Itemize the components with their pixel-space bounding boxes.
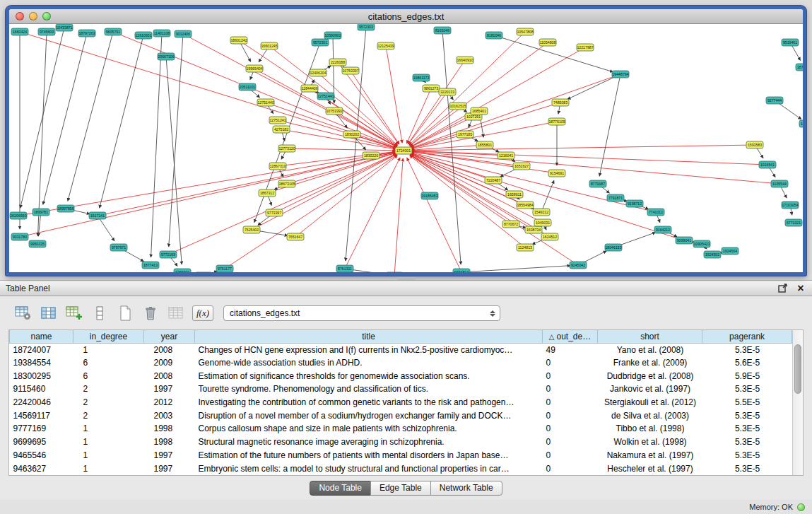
citation-edge-red[interactable] bbox=[411, 151, 767, 165]
tab-edge-table[interactable]: Edge Table bbox=[370, 481, 431, 496]
citation-edge[interactable] bbox=[169, 34, 183, 247]
graph-node[interactable]: 8163046 bbox=[434, 27, 451, 34]
graph-node[interactable]: 9950135 bbox=[29, 240, 46, 247]
table-row[interactable]: 946362711997Embryonic stem cells: a mode… bbox=[10, 462, 792, 475]
graph-node[interactable]: 1924504 bbox=[722, 247, 739, 255]
graph-node[interactable]: 1855801 bbox=[476, 141, 493, 148]
column-header-title[interactable]: title bbox=[195, 330, 543, 343]
table-cell[interactable]: 1998 bbox=[144, 436, 195, 449]
graph-node[interactable]: 17103054 bbox=[782, 201, 799, 209]
citation-edge[interactable] bbox=[20, 28, 64, 208]
graph-node[interactable]: 19565404 bbox=[246, 65, 263, 72]
citation-edge-red[interactable] bbox=[20, 152, 396, 237]
table-cell[interactable]: de Silva et al. (2003) bbox=[598, 409, 702, 422]
graph-node[interactable]: 9794817 bbox=[453, 269, 470, 272]
table-row[interactable]: 946554611997Estimation of the future num… bbox=[10, 449, 792, 462]
graph-node[interactable]: 12751241 bbox=[269, 117, 286, 124]
table-cell[interactable]: Embryonic stem cells: a model to study s… bbox=[195, 462, 543, 475]
rows-icon[interactable] bbox=[90, 305, 109, 322]
graph-node[interactable]: 1651627 bbox=[513, 163, 530, 170]
graph-node[interactable]: 1638734 bbox=[525, 226, 542, 233]
table-cell[interactable]: Jankovic et al. (1997) bbox=[598, 382, 702, 396]
graph-node[interactable]: 26206550 bbox=[10, 212, 27, 219]
graph-node[interactable]: 1924502 bbox=[704, 251, 721, 258]
table-cell[interactable]: 2008 bbox=[144, 343, 195, 356]
citation-edge-red[interactable] bbox=[18, 152, 396, 216]
table-cell[interactable]: 1 bbox=[73, 422, 144, 436]
table-cell[interactable]: 0 bbox=[543, 369, 598, 382]
table-cell[interactable]: 5.3E-5 bbox=[702, 462, 792, 475]
graph-node[interactable]: 1658611 bbox=[506, 191, 523, 198]
table-selector-dropdown[interactable]: citations_edges.txt bbox=[223, 305, 500, 321]
table-cell[interactable]: Disruption of a novel member of a sodium… bbox=[195, 409, 543, 422]
citation-edge-red[interactable] bbox=[408, 92, 447, 144]
table-cell[interactable]: 0 bbox=[543, 422, 598, 436]
table-cell[interactable]: Wolkin et al. (1998) bbox=[598, 436, 702, 449]
table-cell[interactable]: Dudbridge et al. (2008) bbox=[598, 369, 702, 382]
graph-node[interactable]: 19448794 bbox=[612, 71, 629, 78]
table-row[interactable]: 911546021997Tourette syndrome. Phenomeno… bbox=[10, 382, 792, 396]
table-columns-icon[interactable] bbox=[40, 305, 58, 322]
citation-edge[interactable] bbox=[599, 74, 620, 176]
citation-edge-red[interactable] bbox=[287, 148, 396, 151]
table-cell[interactable]: Estimation of the future numbers of pati… bbox=[195, 449, 543, 462]
graph-node[interactable]: 19185453 bbox=[421, 192, 438, 199]
graph-node[interactable]: 8181046 bbox=[486, 32, 502, 39]
graph-node[interactable]: 16601245 bbox=[261, 42, 278, 49]
table-cell[interactable]: 1 bbox=[73, 343, 144, 356]
table-row[interactable]: 1830029562008Estimation of significance … bbox=[10, 369, 792, 382]
table-row[interactable]: 2242004622012Investigating the contribut… bbox=[10, 396, 792, 409]
graph-node[interactable]: 10547808 bbox=[517, 28, 534, 35]
graph-node[interactable]: 10162515 bbox=[449, 103, 466, 110]
tab-network-table[interactable]: Network Table bbox=[430, 481, 502, 496]
graph-node[interactable]: 9605791 bbox=[105, 28, 122, 35]
table-panel-header[interactable]: Table Panel × bbox=[0, 280, 812, 296]
table-cell[interactable]: 0 bbox=[543, 396, 598, 409]
graph-node[interactable]: 1549212 bbox=[533, 209, 550, 216]
graph-node[interactable]: 1685401 bbox=[471, 107, 488, 115]
table-row[interactable]: 969969511998Structural magnetic resonanc… bbox=[10, 436, 792, 449]
graph-node[interactable]: 12844406 bbox=[301, 85, 318, 92]
table-cell[interactable]: 2 bbox=[73, 409, 144, 422]
table-cell[interactable]: 2003 bbox=[144, 409, 195, 422]
table-cell[interactable]: 9777169 bbox=[10, 422, 73, 436]
table-cell[interactable]: 22420046 bbox=[10, 396, 73, 409]
table-cell[interactable]: Estimation of significance thresholds fo… bbox=[195, 369, 543, 382]
table-cell[interactable]: 2 bbox=[73, 382, 144, 396]
zoom-window-button[interactable] bbox=[42, 12, 51, 21]
citation-edge[interactable] bbox=[346, 27, 366, 261]
table-cell[interactable]: 1998 bbox=[144, 422, 195, 436]
table-cell[interactable]: 0 bbox=[543, 356, 598, 370]
graph-node[interactable]: 8761311 bbox=[336, 265, 353, 272]
scrollbar-thumb[interactable] bbox=[794, 344, 801, 394]
column-header-short[interactable]: short bbox=[598, 330, 702, 343]
graph-node[interactable]: 11054808 bbox=[539, 39, 556, 46]
table-cell[interactable]: 2008 bbox=[144, 369, 195, 382]
citation-edge[interactable] bbox=[151, 33, 162, 257]
table-cell[interactable]: Structural magnetic resonance image aver… bbox=[195, 436, 543, 449]
citation-edge-red[interactable] bbox=[295, 156, 397, 237]
graph-node[interactable]: 9773397 bbox=[266, 209, 283, 216]
graph-node[interactable]: 1105544 bbox=[771, 180, 788, 187]
citation-edge[interactable] bbox=[567, 74, 620, 99]
table-cell[interactable]: 1997 bbox=[144, 449, 195, 462]
graph-node[interactable]: 10433871 bbox=[56, 24, 73, 31]
citation-edge-red[interactable] bbox=[281, 129, 396, 149]
graph-node[interactable]: 18554984 bbox=[517, 201, 534, 209]
delete-table-trash-icon[interactable] bbox=[141, 305, 160, 322]
graph-node[interactable]: 12217987 bbox=[577, 44, 594, 51]
graph-node[interactable]: 9572303 bbox=[358, 24, 375, 30]
graph-node[interactable]: 7485083 bbox=[552, 99, 569, 106]
table-cell[interactable]: 0 bbox=[543, 462, 598, 475]
new-document-icon[interactable] bbox=[116, 305, 134, 322]
table-cell[interactable]: 5.3E-5 bbox=[702, 343, 792, 356]
graph-node[interactable]: 1517141 bbox=[89, 212, 106, 219]
graph-node[interactable]: 19861173 bbox=[413, 74, 430, 81]
table-cell[interactable]: 0 bbox=[543, 409, 598, 422]
graph-node[interactable]: 12751441 bbox=[317, 93, 334, 100]
network-window[interactable]: citations_edges.txt 16604249745603104338… bbox=[6, 6, 806, 276]
graph-node[interactable]: 9245042 bbox=[570, 262, 587, 269]
table-cell[interactable]: Tibbo et al. (1998) bbox=[598, 422, 702, 436]
table-cell[interactable]: 5.3E-5 bbox=[702, 422, 792, 436]
function-builder-button[interactable]: f(x) bbox=[192, 305, 213, 321]
